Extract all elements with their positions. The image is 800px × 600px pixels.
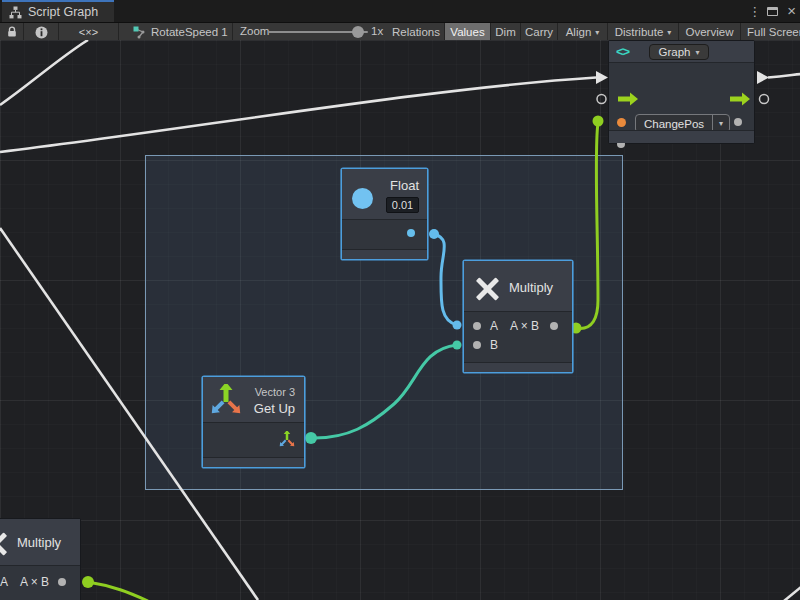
code-preview-button[interactable]: <×> xyxy=(59,23,119,41)
toolbar-button-align[interactable]: Align▾ xyxy=(558,23,608,41)
script-graph-window: Script Graph ⋮ × <×> xyxy=(0,0,800,600)
wire-white-topleft xyxy=(0,40,88,105)
multiply-input-a-port[interactable] xyxy=(473,322,481,330)
tab-script-graph[interactable]: Script Graph xyxy=(2,0,114,22)
toolbar-button-overview[interactable]: Overview xyxy=(679,23,741,41)
vector3-icon xyxy=(209,384,243,416)
node-title: Multiply xyxy=(17,535,61,550)
float-output-port[interactable] xyxy=(407,229,415,237)
wire-white-to-graph-node xyxy=(0,78,596,153)
port-ring xyxy=(760,95,769,104)
node-vector3-get-up[interactable]: Vector 3 Get Up xyxy=(202,376,305,468)
wire-green-bottom xyxy=(88,582,148,600)
vector3-output-port-icon[interactable] xyxy=(278,431,296,448)
breadcrumb-label: RotateSpeed 1 xyxy=(151,26,228,38)
flow-arrowhead xyxy=(757,71,769,84)
graph-asset-icon xyxy=(132,25,147,39)
window-menu-icon[interactable]: ⋮ xyxy=(748,4,758,19)
node-multiply[interactable]: Multiply A A × B B xyxy=(463,260,573,373)
flow-output-arrow-icon xyxy=(730,93,750,106)
zoom-value: 1x xyxy=(371,25,383,37)
wire-white-right xyxy=(768,74,800,78)
toolbar-button-dim[interactable]: Dim xyxy=(491,23,521,41)
toolbar-button-distribute[interactable]: Distribute▾ xyxy=(608,23,679,41)
port-ring xyxy=(597,95,606,104)
info-button[interactable] xyxy=(24,23,59,41)
tab-title: Script Graph xyxy=(28,5,98,19)
node-set-variable[interactable]: <> Graph ▾ ChangePos ▾ xyxy=(608,40,755,144)
zoom-label: Zoom xyxy=(240,25,269,37)
float-type-icon xyxy=(352,188,373,209)
port-label: A × B xyxy=(510,319,539,333)
close-icon[interactable]: × xyxy=(787,6,796,16)
toolbar: <×> RotateSpeed 1 Zoom 1x Relations Valu… xyxy=(0,22,800,40)
caret-down-icon: ▾ xyxy=(695,48,699,57)
graph-dropdown-button[interactable]: Graph ▾ xyxy=(649,44,709,60)
toolbar-button-fullscreen[interactable]: Full Screen xyxy=(741,23,800,41)
float-value-input[interactable]: 0.01 xyxy=(386,197,419,213)
flow-arrowhead xyxy=(596,71,608,84)
zoom-slider-handle[interactable] xyxy=(352,26,364,38)
variable-input-port[interactable] xyxy=(617,118,626,127)
toolbar-button-values[interactable]: Values xyxy=(445,23,491,41)
caret-down-icon: ▾ xyxy=(667,28,671,37)
node-title: Get Up xyxy=(254,401,295,416)
node-title: Multiply xyxy=(509,280,553,295)
titlebar: Script Graph ⋮ × xyxy=(0,0,800,22)
node-float[interactable]: Float 0.01 xyxy=(341,168,428,260)
multiply-output-port[interactable] xyxy=(550,322,558,330)
flow-ports-row xyxy=(615,91,750,107)
caret-down-icon: ▾ xyxy=(595,28,599,37)
node-title: Float xyxy=(390,178,419,193)
window-controls: ⋮ × xyxy=(748,0,796,22)
code-icon: <×> xyxy=(79,26,98,38)
flow-input-arrow-icon xyxy=(618,93,638,106)
graph-canvas[interactable]: Float 0.01 Multiply A A × B B xyxy=(0,40,800,600)
port-label: A xyxy=(0,575,8,589)
port-label: A × B xyxy=(20,575,49,589)
wire-white-corner xyxy=(784,587,800,600)
multiply-output-port[interactable] xyxy=(58,578,66,586)
node-multiply-partial[interactable]: Multiply A A × B xyxy=(0,518,81,600)
lock-icon xyxy=(6,26,18,38)
lock-button[interactable] xyxy=(0,23,24,41)
maximize-icon[interactable] xyxy=(767,7,778,16)
multiply-icon xyxy=(474,276,500,302)
toolbar-button-relations[interactable]: Relations xyxy=(388,23,445,41)
port-label: A xyxy=(490,319,498,333)
node-type-label: Vector 3 xyxy=(255,386,295,398)
script-graph-icon xyxy=(9,6,22,19)
variable-output-port[interactable] xyxy=(734,118,742,126)
toolbar-button-carry[interactable]: Carry xyxy=(521,23,558,41)
graph-breadcrumb[interactable]: RotateSpeed 1 xyxy=(119,23,233,41)
multiply-icon xyxy=(0,531,8,557)
graph-code-icon: <> xyxy=(616,44,629,59)
port-label: B xyxy=(490,338,498,352)
info-icon xyxy=(35,26,48,39)
multiply-input-b-port[interactable] xyxy=(473,341,481,349)
